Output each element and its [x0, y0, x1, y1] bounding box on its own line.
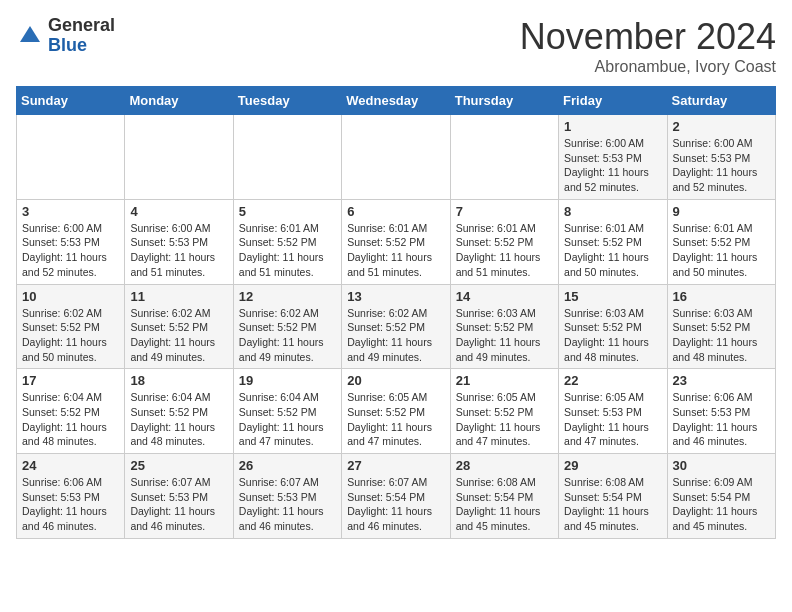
day-info: Sunrise: 6:08 AMSunset: 5:54 PMDaylight:…: [456, 475, 553, 534]
calendar-table: SundayMondayTuesdayWednesdayThursdayFrid…: [16, 86, 776, 539]
day-number: 26: [239, 458, 336, 473]
day-info: Sunrise: 6:05 AMSunset: 5:52 PMDaylight:…: [347, 390, 444, 449]
day-number: 27: [347, 458, 444, 473]
day-number: 24: [22, 458, 119, 473]
day-number: 30: [673, 458, 770, 473]
logo-blue: Blue: [48, 35, 87, 55]
day-number: 29: [564, 458, 661, 473]
day-number: 17: [22, 373, 119, 388]
day-header-wednesday: Wednesday: [342, 87, 450, 115]
day-info: Sunrise: 6:00 AMSunset: 5:53 PMDaylight:…: [673, 136, 770, 195]
calendar-cell: 12Sunrise: 6:02 AMSunset: 5:52 PMDayligh…: [233, 284, 341, 369]
calendar-cell: 24Sunrise: 6:06 AMSunset: 5:53 PMDayligh…: [17, 454, 125, 539]
calendar-cell: 23Sunrise: 6:06 AMSunset: 5:53 PMDayligh…: [667, 369, 775, 454]
day-number: 16: [673, 289, 770, 304]
day-header-monday: Monday: [125, 87, 233, 115]
calendar-cell: 1Sunrise: 6:00 AMSunset: 5:53 PMDaylight…: [559, 115, 667, 200]
calendar-cell: 20Sunrise: 6:05 AMSunset: 5:52 PMDayligh…: [342, 369, 450, 454]
day-number: 28: [456, 458, 553, 473]
day-number: 18: [130, 373, 227, 388]
calendar-cell: 9Sunrise: 6:01 AMSunset: 5:52 PMDaylight…: [667, 199, 775, 284]
calendar-cell: 15Sunrise: 6:03 AMSunset: 5:52 PMDayligh…: [559, 284, 667, 369]
day-header-tuesday: Tuesday: [233, 87, 341, 115]
calendar-cell: 13Sunrise: 6:02 AMSunset: 5:52 PMDayligh…: [342, 284, 450, 369]
calendar-cell: [342, 115, 450, 200]
calendar-cell: 26Sunrise: 6:07 AMSunset: 5:53 PMDayligh…: [233, 454, 341, 539]
calendar-cell: 19Sunrise: 6:04 AMSunset: 5:52 PMDayligh…: [233, 369, 341, 454]
calendar-cell: 30Sunrise: 6:09 AMSunset: 5:54 PMDayligh…: [667, 454, 775, 539]
day-number: 5: [239, 204, 336, 219]
calendar-cell: [450, 115, 558, 200]
day-header-friday: Friday: [559, 87, 667, 115]
day-number: 23: [673, 373, 770, 388]
calendar-cell: 2Sunrise: 6:00 AMSunset: 5:53 PMDaylight…: [667, 115, 775, 200]
month-title: November 2024: [520, 16, 776, 58]
logo-general: General: [48, 15, 115, 35]
day-info: Sunrise: 6:03 AMSunset: 5:52 PMDaylight:…: [564, 306, 661, 365]
day-info: Sunrise: 6:02 AMSunset: 5:52 PMDaylight:…: [347, 306, 444, 365]
calendar-cell: 8Sunrise: 6:01 AMSunset: 5:52 PMDaylight…: [559, 199, 667, 284]
day-number: 14: [456, 289, 553, 304]
calendar-cell: [125, 115, 233, 200]
calendar-cell: 6Sunrise: 6:01 AMSunset: 5:52 PMDaylight…: [342, 199, 450, 284]
day-header-sunday: Sunday: [17, 87, 125, 115]
calendar-cell: 18Sunrise: 6:04 AMSunset: 5:52 PMDayligh…: [125, 369, 233, 454]
day-info: Sunrise: 6:05 AMSunset: 5:52 PMDaylight:…: [456, 390, 553, 449]
calendar-cell: 5Sunrise: 6:01 AMSunset: 5:52 PMDaylight…: [233, 199, 341, 284]
day-info: Sunrise: 6:04 AMSunset: 5:52 PMDaylight:…: [130, 390, 227, 449]
day-number: 21: [456, 373, 553, 388]
day-info: Sunrise: 6:05 AMSunset: 5:53 PMDaylight:…: [564, 390, 661, 449]
day-info: Sunrise: 6:04 AMSunset: 5:52 PMDaylight:…: [22, 390, 119, 449]
day-info: Sunrise: 6:04 AMSunset: 5:52 PMDaylight:…: [239, 390, 336, 449]
day-info: Sunrise: 6:01 AMSunset: 5:52 PMDaylight:…: [239, 221, 336, 280]
day-info: Sunrise: 6:02 AMSunset: 5:52 PMDaylight:…: [22, 306, 119, 365]
day-info: Sunrise: 6:03 AMSunset: 5:52 PMDaylight:…: [673, 306, 770, 365]
day-info: Sunrise: 6:07 AMSunset: 5:53 PMDaylight:…: [130, 475, 227, 534]
day-info: Sunrise: 6:09 AMSunset: 5:54 PMDaylight:…: [673, 475, 770, 534]
logo-text: General Blue: [48, 16, 115, 56]
calendar-cell: 7Sunrise: 6:01 AMSunset: 5:52 PMDaylight…: [450, 199, 558, 284]
calendar-cell: 25Sunrise: 6:07 AMSunset: 5:53 PMDayligh…: [125, 454, 233, 539]
location: Abronambue, Ivory Coast: [520, 58, 776, 76]
day-number: 15: [564, 289, 661, 304]
day-number: 2: [673, 119, 770, 134]
day-number: 3: [22, 204, 119, 219]
day-info: Sunrise: 6:08 AMSunset: 5:54 PMDaylight:…: [564, 475, 661, 534]
svg-marker-0: [20, 26, 40, 42]
calendar-cell: 27Sunrise: 6:07 AMSunset: 5:54 PMDayligh…: [342, 454, 450, 539]
day-header-saturday: Saturday: [667, 87, 775, 115]
day-info: Sunrise: 6:03 AMSunset: 5:52 PMDaylight:…: [456, 306, 553, 365]
calendar-cell: 28Sunrise: 6:08 AMSunset: 5:54 PMDayligh…: [450, 454, 558, 539]
logo: General Blue: [16, 16, 115, 56]
calendar-cell: 21Sunrise: 6:05 AMSunset: 5:52 PMDayligh…: [450, 369, 558, 454]
day-number: 1: [564, 119, 661, 134]
calendar-week-row: 1Sunrise: 6:00 AMSunset: 5:53 PMDaylight…: [17, 115, 776, 200]
day-number: 19: [239, 373, 336, 388]
day-info: Sunrise: 6:06 AMSunset: 5:53 PMDaylight:…: [673, 390, 770, 449]
day-info: Sunrise: 6:01 AMSunset: 5:52 PMDaylight:…: [564, 221, 661, 280]
calendar-cell: [233, 115, 341, 200]
day-info: Sunrise: 6:07 AMSunset: 5:54 PMDaylight:…: [347, 475, 444, 534]
calendar-cell: 10Sunrise: 6:02 AMSunset: 5:52 PMDayligh…: [17, 284, 125, 369]
day-number: 6: [347, 204, 444, 219]
day-number: 11: [130, 289, 227, 304]
day-info: Sunrise: 6:01 AMSunset: 5:52 PMDaylight:…: [347, 221, 444, 280]
day-info: Sunrise: 6:00 AMSunset: 5:53 PMDaylight:…: [130, 221, 227, 280]
calendar-cell: 11Sunrise: 6:02 AMSunset: 5:52 PMDayligh…: [125, 284, 233, 369]
calendar-cell: 16Sunrise: 6:03 AMSunset: 5:52 PMDayligh…: [667, 284, 775, 369]
logo-icon: [16, 22, 44, 50]
calendar-cell: 17Sunrise: 6:04 AMSunset: 5:52 PMDayligh…: [17, 369, 125, 454]
title-block: November 2024 Abronambue, Ivory Coast: [520, 16, 776, 76]
calendar-week-row: 17Sunrise: 6:04 AMSunset: 5:52 PMDayligh…: [17, 369, 776, 454]
day-number: 10: [22, 289, 119, 304]
day-info: Sunrise: 6:07 AMSunset: 5:53 PMDaylight:…: [239, 475, 336, 534]
day-number: 22: [564, 373, 661, 388]
day-info: Sunrise: 6:00 AMSunset: 5:53 PMDaylight:…: [564, 136, 661, 195]
day-info: Sunrise: 6:06 AMSunset: 5:53 PMDaylight:…: [22, 475, 119, 534]
day-number: 9: [673, 204, 770, 219]
day-info: Sunrise: 6:01 AMSunset: 5:52 PMDaylight:…: [456, 221, 553, 280]
day-number: 20: [347, 373, 444, 388]
calendar-cell: [17, 115, 125, 200]
day-header-thursday: Thursday: [450, 87, 558, 115]
day-info: Sunrise: 6:02 AMSunset: 5:52 PMDaylight:…: [239, 306, 336, 365]
